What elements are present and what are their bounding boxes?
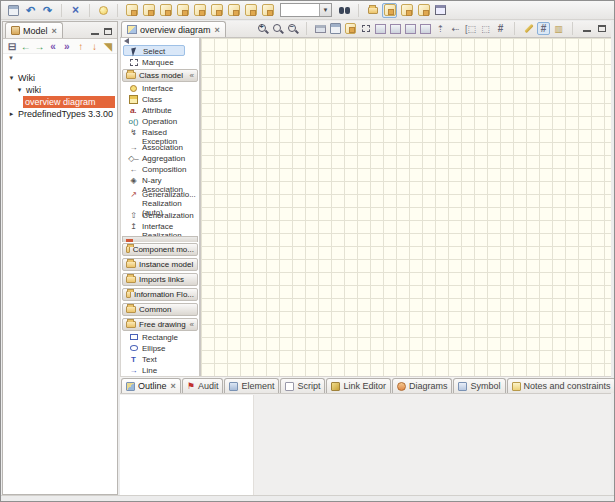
tab-model[interactable]: Model × — [5, 22, 63, 38]
undo-icon[interactable]: ↶ — [23, 3, 38, 18]
tree-row-wiki[interactable]: ▾ Wiki — [3, 72, 117, 84]
horizontal-sash[interactable] — [120, 374, 611, 376]
save-icon[interactable] — [6, 3, 21, 18]
palette-item-interface-realization[interactable]: ↥ Interface Realization — [121, 221, 199, 236]
collapse-chevrons-icon[interactable]: « — [190, 320, 194, 329]
palette-item-ellipse[interactable]: Ellipse — [121, 343, 199, 354]
expand-arrow-icon[interactable]: ▾ — [7, 74, 16, 82]
tab-link-editor[interactable]: Link Editor — [326, 378, 391, 393]
tree-row-wiki-child[interactable]: ▾ wiki — [3, 84, 117, 96]
snap-grid-icon[interactable]: # — [537, 22, 550, 35]
tab-script[interactable]: Script — [280, 378, 325, 393]
redo-icon[interactable]: ↷ — [40, 3, 55, 18]
vertical-sash[interactable] — [118, 21, 120, 495]
flat-view-icon[interactable] — [416, 3, 431, 18]
tab-diagrams[interactable]: Diagrams — [392, 378, 453, 393]
window-layout-icon[interactable] — [433, 3, 448, 18]
search-combo[interactable]: ▼ — [280, 3, 332, 17]
palette-tool-marquee[interactable]: Marquee — [121, 57, 199, 68]
navigate-back-icon[interactable]: ← — [20, 40, 32, 53]
palette-section-free-drawing[interactable]: Free drawing « — [122, 318, 198, 331]
tab-outline[interactable]: Outline × — [121, 378, 181, 393]
palette-item-generalization-realization-auto[interactable]: ↗ Generalizatio... Realization (auto) — [121, 189, 199, 210]
editor-tool-icon-3[interactable] — [404, 22, 417, 35]
outline-preview-area[interactable] — [120, 395, 254, 495]
palette-item-text[interactable]: T Text — [121, 354, 199, 365]
editor-tool-icon-2[interactable] — [389, 22, 402, 35]
collapse-all-icon[interactable]: ⊟ — [6, 40, 18, 53]
palette-item-raised-exception[interactable]: ↯ Raised Exception — [121, 127, 199, 142]
palette-section-common[interactable]: Common — [122, 303, 198, 316]
history-back-icon[interactable]: « — [47, 40, 59, 53]
close-icon[interactable]: × — [52, 26, 57, 36]
fit-width-icon[interactable]: [⬚ — [464, 22, 477, 35]
tab-notes-and-constraints[interactable]: Notes and constraints — [507, 378, 615, 393]
editor-tool-icon-1[interactable] — [374, 22, 387, 35]
hierarchy-view-icon[interactable] — [382, 3, 397, 18]
print-icon[interactable] — [314, 22, 327, 35]
zoom-in-icon[interactable]: + — [256, 22, 269, 35]
diagram-tool-icon-5[interactable] — [192, 3, 207, 18]
zoom-original-icon[interactable] — [271, 22, 284, 35]
maximize-icon[interactable] — [104, 28, 112, 35]
tab-overview-diagram[interactable]: overview diagram × — [121, 21, 226, 37]
diagram-tool-icon-9[interactable] — [260, 3, 275, 18]
zoom-out-icon[interactable]: − — [286, 22, 299, 35]
palette-tool-select[interactable]: Select — [123, 45, 185, 56]
palette-item-composition[interactable]: ← Composition — [121, 164, 199, 175]
palette-item-class[interactable]: Class — [121, 94, 199, 105]
linked-view-icon[interactable] — [399, 3, 414, 18]
palette-item-interface[interactable]: Interface — [121, 83, 199, 94]
folder-icon[interactable] — [365, 3, 380, 18]
palette-item-nary-association[interactable]: ◈ N-ary Association — [121, 175, 199, 190]
palette-item-operation[interactable]: o() Operation — [121, 116, 199, 127]
collapse-chevrons-icon[interactable]: « — [190, 71, 194, 80]
select-region-icon[interactable] — [359, 22, 372, 35]
configuration-icon[interactable]: × — [68, 3, 83, 18]
diagram-tool-icon-3[interactable] — [158, 3, 173, 18]
move-down-icon[interactable]: ↓ — [89, 40, 101, 53]
move-up-icon[interactable]: ↑ — [75, 40, 87, 53]
palette-section-class-model[interactable]: Class model « — [122, 69, 198, 82]
tree-row-predefinedtypes[interactable]: ▸ PredefinedTypes 3.3.00 — [3, 108, 117, 120]
clipped-palette-section[interactable] — [122, 236, 198, 242]
palette-collapse-button[interactable] — [121, 38, 199, 44]
rulers-icon[interactable]: ▥ — [552, 22, 565, 35]
minimize-icon[interactable] — [91, 29, 99, 35]
lightbulb-icon[interactable] — [96, 3, 111, 18]
fit-height-icon[interactable]: ⬚ — [479, 22, 492, 35]
palette-item-rectangle[interactable]: Rectangle — [121, 332, 199, 343]
tree-row-overview-diagram[interactable]: overview diagram — [3, 96, 117, 108]
tab-audit[interactable]: ⚑ Audit — [182, 378, 224, 393]
diagram-canvas[interactable] — [201, 38, 611, 376]
palette-item-association[interactable]: → Association — [121, 142, 199, 153]
diagram-tool-icon-4[interactable] — [175, 3, 190, 18]
palette-section-imports-links[interactable]: Imports links — [122, 273, 198, 286]
history-forward-icon[interactable]: » — [61, 40, 73, 53]
grid-icon[interactable]: # — [494, 22, 507, 35]
diagram-tool-icon-7[interactable] — [226, 3, 241, 18]
diagram-tool-icon-2[interactable] — [141, 3, 156, 18]
palette-item-aggregation[interactable]: ◇– Aggregation — [121, 153, 199, 164]
diagram-tool-icon-1[interactable] — [124, 3, 139, 18]
save-image-icon[interactable] — [329, 22, 342, 35]
combo-dropdown-icon[interactable]: ▼ — [319, 4, 331, 16]
view-menu-chevron[interactable]: ▼ — [3, 54, 117, 63]
palette-section-information-flow[interactable]: Information Flo... — [122, 288, 198, 301]
tab-element[interactable]: Element — [224, 378, 279, 393]
navigate-forward-icon[interactable]: → — [34, 40, 46, 53]
export-image-icon[interactable] — [344, 22, 357, 35]
palette-section-component-model[interactable]: Component mo... — [122, 243, 198, 256]
editor-tool-icon-4[interactable] — [419, 22, 432, 35]
diagram-tool-icon-8[interactable] — [243, 3, 258, 18]
close-icon[interactable]: × — [215, 25, 220, 35]
collapse-arrow-icon[interactable]: ▸ — [7, 110, 16, 118]
palette-item-attribute[interactable]: a. Attribute — [121, 105, 199, 116]
palette-section-instance-model[interactable]: Instance model — [122, 258, 198, 271]
track-selection-icon[interactable]: ⇡ — [434, 22, 447, 35]
diagram-tool-icon-6[interactable] — [209, 3, 224, 18]
tab-symbol[interactable]: Symbol — [453, 378, 505, 393]
sketch-pencil-icon[interactable] — [522, 22, 535, 35]
close-icon[interactable]: × — [171, 381, 176, 391]
track-pointer-icon[interactable]: ⇠ — [449, 22, 462, 35]
